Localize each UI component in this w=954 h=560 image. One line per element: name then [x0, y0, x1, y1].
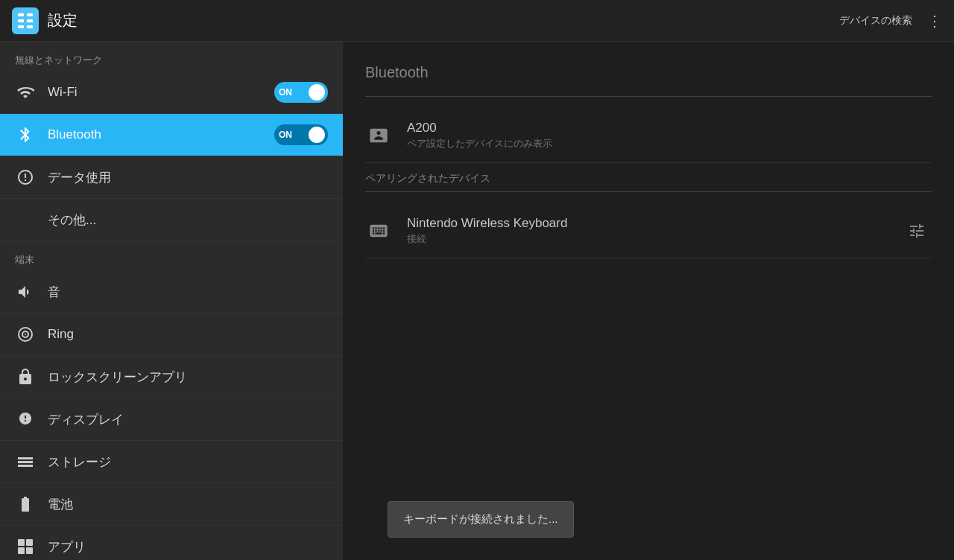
sound-icon [15, 281, 36, 302]
content-divider-paired [365, 191, 932, 192]
content-divider-top [365, 96, 932, 97]
sidebar-item-wifi[interactable]: Wi-Fi ON [0, 71, 343, 114]
ring-icon [15, 324, 36, 345]
svg-rect-5 [27, 25, 33, 28]
bluetooth-icon [15, 124, 36, 145]
search-devices-label[interactable]: デバイスの検索 [839, 14, 912, 28]
svg-rect-4 [18, 25, 24, 28]
header-left: 設定 [12, 7, 78, 34]
sidebar-item-storage[interactable]: ストレージ [0, 441, 343, 483]
sidebar-item-battery[interactable]: 電池 [0, 483, 343, 526]
svg-point-8 [25, 334, 26, 335]
my-device-icon [365, 122, 392, 149]
sidebar-item-other[interactable]: その他... [0, 199, 343, 241]
paired-device-name-0: Nintendo Wireless Keyboard [407, 216, 887, 231]
more-options-icon[interactable]: ⋮ [927, 12, 942, 30]
wifi-icon [15, 82, 36, 103]
my-device-info: A200 ペア設定したデバイスにのみ表示 [407, 121, 932, 150]
display-icon [15, 409, 36, 430]
bluetooth-toggle-label: ON [279, 130, 292, 140]
paired-device-sub-0: 接続 [407, 232, 887, 246]
page-title: 設定 [48, 10, 78, 31]
sound-label: 音 [48, 284, 328, 301]
paired-device-info-0: Nintendo Wireless Keyboard 接続 [407, 216, 887, 246]
wifi-label: Wi-Fi [48, 85, 262, 100]
svg-rect-11 [18, 547, 25, 554]
wifi-toggle[interactable]: ON [274, 82, 328, 103]
svg-rect-9 [18, 539, 25, 546]
data-usage-label: データ使用 [48, 169, 328, 186]
paired-device-item-0[interactable]: Nintendo Wireless Keyboard 接続 [365, 204, 932, 258]
section-header-device: 端末 [0, 241, 343, 271]
sidebar-item-data-usage[interactable]: データ使用 [0, 156, 343, 199]
ring-label: Ring [48, 327, 328, 342]
apps-label: アプリ [48, 538, 328, 556]
bluetooth-toggle[interactable]: ON [274, 124, 328, 145]
keyboard-icon [365, 217, 392, 244]
sidebar-item-display[interactable]: ディスプレイ [0, 398, 343, 441]
header-right: デバイスの検索 ⋮ [839, 12, 942, 30]
lockscreen-icon [15, 366, 36, 387]
sidebar: 無線とネットワーク Wi-Fi ON Blu [0, 42, 343, 560]
sidebar-item-apps[interactable]: アプリ [0, 526, 343, 560]
storage-icon [15, 451, 36, 472]
my-device-name: A200 [407, 121, 932, 136]
device-settings-button-0[interactable] [902, 216, 932, 246]
svg-rect-3 [27, 19, 33, 22]
svg-rect-1 [27, 13, 33, 16]
bluetooth-label: Bluetooth [48, 127, 262, 142]
content-panel: Bluetooth A200 ペア設定したデバイスにのみ表示 ペアリングされたデ… [343, 42, 954, 560]
main-layout: 無線とネットワーク Wi-Fi ON Blu [0, 42, 954, 560]
wifi-toggle-thumb [309, 84, 325, 101]
sidebar-item-sound[interactable]: 音 [0, 271, 343, 314]
app-icon [12, 7, 39, 34]
data-usage-icon [15, 167, 36, 188]
my-device-sub: ペア設定したデバイスにのみ表示 [407, 137, 932, 150]
storage-label: ストレージ [48, 454, 328, 471]
svg-rect-2 [18, 19, 24, 22]
other-label: その他... [48, 211, 328, 229]
battery-icon [15, 494, 36, 515]
my-device-item: A200 ペア設定したデバイスにのみ表示 [365, 109, 932, 163]
content-title: Bluetooth [365, 64, 932, 81]
section-header-network: 無線とネットワーク [0, 42, 343, 71]
display-label: ディスプレイ [48, 411, 328, 428]
toast-notification: キーボードが接続されました... [388, 501, 574, 538]
lockscreen-label: ロックスクリーンアプリ [48, 369, 328, 386]
app-header: 設定 デバイスの検索 ⋮ [0, 0, 954, 42]
wifi-toggle-label: ON [279, 87, 292, 98]
sidebar-item-bluetooth[interactable]: Bluetooth ON [0, 114, 343, 156]
sidebar-item-ring[interactable]: Ring [0, 314, 343, 356]
wifi-toggle-switch[interactable]: ON [274, 82, 328, 103]
bluetooth-toggle-thumb [309, 127, 325, 143]
paired-devices-header: ペアリングされたデバイス [365, 172, 932, 185]
other-icon [15, 209, 36, 230]
svg-rect-12 [26, 547, 33, 554]
bluetooth-toggle-switch[interactable]: ON [274, 124, 328, 145]
apps-icon [15, 536, 36, 557]
svg-rect-0 [18, 13, 24, 16]
sidebar-item-lockscreen[interactable]: ロックスクリーンアプリ [0, 356, 343, 398]
battery-label: 電池 [48, 496, 328, 513]
svg-rect-10 [26, 539, 33, 546]
